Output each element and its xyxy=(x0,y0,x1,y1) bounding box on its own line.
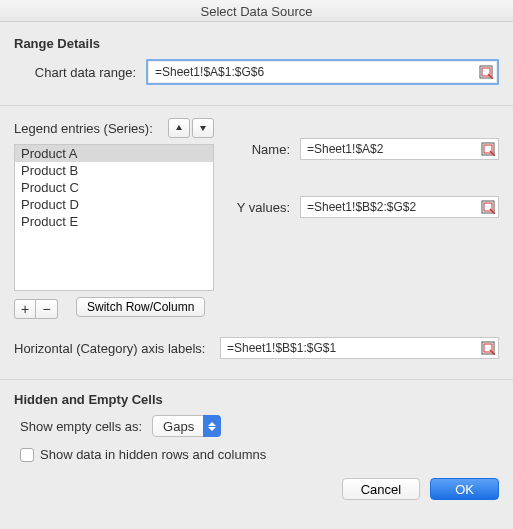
list-item[interactable]: Product A xyxy=(15,145,213,162)
show-empty-cells-label: Show empty cells as: xyxy=(20,419,152,434)
select-value: Gaps xyxy=(163,419,194,434)
divider xyxy=(0,379,513,380)
show-hidden-data-label: Show data in hidden rows and columns xyxy=(40,447,266,462)
ok-button[interactable]: OK xyxy=(430,478,499,500)
list-item[interactable]: Product C xyxy=(15,179,213,196)
list-item[interactable]: Product E xyxy=(15,213,213,230)
range-picker-icon[interactable] xyxy=(481,200,495,214)
move-down-button[interactable] xyxy=(192,118,214,138)
switch-row-column-button[interactable]: Switch Row/Column xyxy=(76,297,205,317)
series-name-label: Name: xyxy=(228,142,300,157)
legend-entries-label: Legend entries (Series): xyxy=(14,121,153,136)
remove-series-button[interactable]: − xyxy=(36,299,58,319)
series-name-input[interactable] xyxy=(300,138,499,160)
chart-data-range-label: Chart data range: xyxy=(14,65,146,80)
y-values-input[interactable] xyxy=(300,196,499,218)
cancel-button[interactable]: Cancel xyxy=(342,478,420,500)
chevron-up-down-icon xyxy=(203,415,221,437)
add-series-button[interactable]: + xyxy=(14,299,36,319)
category-axis-input[interactable] xyxy=(220,337,499,359)
chart-data-range-input[interactable] xyxy=(149,62,496,82)
range-picker-icon[interactable] xyxy=(481,341,495,355)
show-hidden-data-checkbox[interactable] xyxy=(20,448,34,462)
range-picker-icon[interactable] xyxy=(481,142,495,156)
window-title: Select Data Source xyxy=(0,0,513,22)
series-listbox[interactable]: Product A Product B Product C Product D … xyxy=(14,144,214,291)
move-up-button[interactable] xyxy=(168,118,190,138)
list-item[interactable]: Product D xyxy=(15,196,213,213)
divider xyxy=(0,105,513,106)
list-item[interactable]: Product B xyxy=(15,162,213,179)
category-axis-label: Horizontal (Category) axis labels: xyxy=(14,341,220,356)
y-values-label: Y values: xyxy=(228,200,300,215)
range-picker-icon[interactable] xyxy=(479,65,493,79)
hidden-empty-heading: Hidden and Empty Cells xyxy=(14,392,499,407)
show-empty-cells-select[interactable]: Gaps xyxy=(152,415,221,437)
range-details-heading: Range Details xyxy=(14,36,499,51)
